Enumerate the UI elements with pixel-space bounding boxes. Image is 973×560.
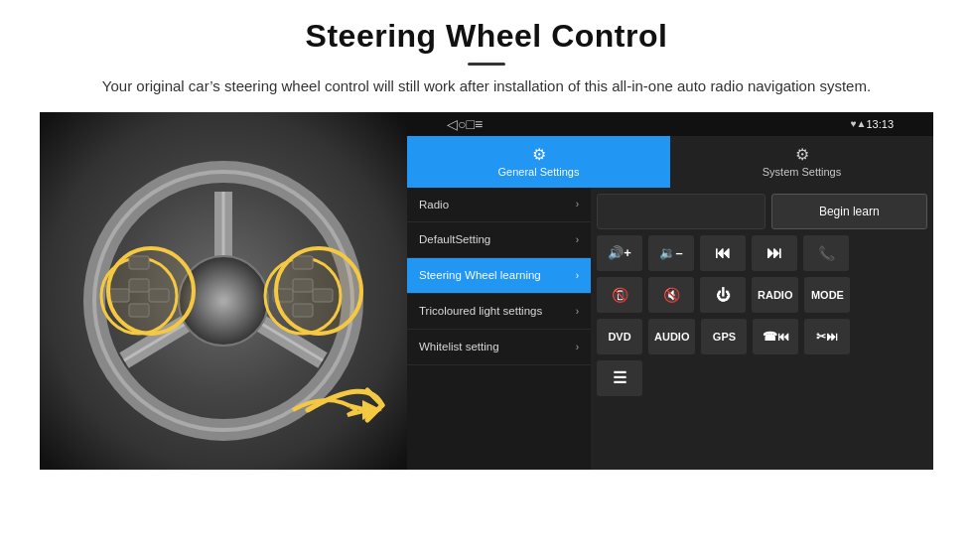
prev-button[interactable]: ⏮ xyxy=(700,235,746,271)
btn-row-5: ☰ xyxy=(597,360,927,396)
menu-item-whitelist[interactable]: Whitelist setting › xyxy=(407,330,591,365)
prev-icon: ⏮ xyxy=(715,244,731,262)
menu-radio-label: Radio xyxy=(419,198,449,212)
phone-icon: 📞 xyxy=(818,245,835,261)
android-nav-bar: ◁ ○ □ ≡ ♥ ▲ 13:13 xyxy=(407,112,933,136)
subtitle: Your original car’s steering wheel contr… xyxy=(99,75,874,98)
right-circle-overlay xyxy=(274,246,363,336)
wifi-icon: ▲ xyxy=(857,118,867,129)
recent-nav-button[interactable]: □ xyxy=(466,116,474,132)
phone-prev-button[interactable]: ☎⏮ xyxy=(753,319,798,354)
vol-down-button[interactable]: 🔉– xyxy=(648,235,694,271)
btn-row-2: 🔊+ 🔉– ⏮ ⏭ 📞 xyxy=(597,235,927,271)
power-button[interactable]: ⏻ xyxy=(700,277,746,313)
phone-button[interactable]: 📞 xyxy=(803,235,849,271)
menu-item-radio[interactable]: Radio › xyxy=(407,188,591,223)
home-nav-button[interactable]: ○ xyxy=(458,116,466,132)
android-panel: ◁ ○ □ ≡ ♥ ▲ 13:13 ⚙ General Settings ⚙ S… xyxy=(407,112,933,470)
empty-slot-button[interactable] xyxy=(597,194,765,229)
menu-default-label: DefaultSetting xyxy=(419,232,490,247)
content-row: ◁ ○ □ ≡ ♥ ▲ 13:13 ⚙ General Settings ⚙ S… xyxy=(40,112,933,470)
phone-next-button[interactable]: ✂⏭ xyxy=(804,319,850,354)
main-area: Radio › DefaultSetting › Steering Wheel … xyxy=(407,188,933,470)
btn-row-4: DVD AUDIO GPS ☎⏮ ✂⏭ xyxy=(597,319,927,354)
back-nav-button[interactable]: ◁ xyxy=(447,116,458,132)
chevron-icon-2: › xyxy=(576,234,579,245)
svg-marker-0 xyxy=(362,400,382,420)
menu-steering-label: Steering Wheel learning xyxy=(419,268,541,283)
audio-label: AUDIO xyxy=(654,331,689,343)
next-icon: ⏭ xyxy=(766,244,782,262)
menu-tricoloured-label: Tricoloured light settings xyxy=(419,304,542,319)
page-title: Steering Wheel Control xyxy=(40,18,933,55)
time-display: 13:13 xyxy=(866,118,894,130)
btn-row-3: 📵 🔇 ⏻ RADIO MODE xyxy=(597,277,927,313)
phone-prev-icon: ☎⏮ xyxy=(763,330,789,344)
menu-column: Radio › DefaultSetting › Steering Wheel … xyxy=(407,188,591,470)
menu-grid-button[interactable]: ☰ xyxy=(597,360,642,396)
next-button[interactable]: ⏭ xyxy=(752,235,797,271)
btn-row-1: Begin learn xyxy=(597,194,927,229)
begin-learn-button[interactable]: Begin learn xyxy=(771,194,928,229)
chevron-icon-3: › xyxy=(576,270,579,281)
tab-general-settings[interactable]: ⚙ General Settings xyxy=(407,136,670,188)
phone-next-icon: ✂⏭ xyxy=(816,330,838,344)
system-icon: ⚙ xyxy=(795,145,809,164)
radio-mode-button[interactable]: RADIO xyxy=(752,277,798,313)
chevron-icon-5: › xyxy=(576,342,579,352)
left-circle-overlay xyxy=(106,246,196,336)
menu-item-tricoloured[interactable]: Tricoloured light settings › xyxy=(407,294,591,330)
gear-icon: ⚙ xyxy=(532,145,546,164)
tabs-row: ⚙ General Settings ⚙ System Settings xyxy=(407,136,933,188)
steering-wheel-bg xyxy=(40,112,407,470)
title-section: Steering Wheel Control Your original car… xyxy=(40,18,933,98)
menu-whitelist-label: Whitelist setting xyxy=(419,340,499,354)
chevron-icon: › xyxy=(576,199,579,210)
vol-up-button[interactable]: 🔊+ xyxy=(597,235,642,271)
dvd-label: DVD xyxy=(608,331,630,343)
buttons-area: Begin learn 🔊+ 🔉– ⏮ xyxy=(591,188,933,470)
tab-system-settings[interactable]: ⚙ System Settings xyxy=(670,136,933,188)
gps-button[interactable]: GPS xyxy=(701,319,747,354)
audio-button[interactable]: AUDIO xyxy=(648,319,695,354)
title-divider xyxy=(468,63,505,66)
gps-label: GPS xyxy=(713,331,736,343)
screenshot-nav-button[interactable]: ≡ xyxy=(475,116,483,132)
menu-item-default[interactable]: DefaultSetting › xyxy=(407,222,591,258)
power-icon: ⏻ xyxy=(716,287,730,303)
mode-label: MODE xyxy=(811,289,844,301)
dvd-button[interactable]: DVD xyxy=(597,319,642,354)
left-panel xyxy=(40,112,407,470)
menu-grid-icon: ☰ xyxy=(613,368,626,387)
page-wrapper: Steering Wheel Control Your original car… xyxy=(0,0,973,480)
hangup-button[interactable]: 📵 xyxy=(597,277,642,313)
vol-down-icon: 🔉– xyxy=(659,245,682,260)
vol-up-icon: 🔊+ xyxy=(608,245,631,260)
menu-item-steering[interactable]: Steering Wheel learning › xyxy=(407,258,591,294)
hangup-icon: 📵 xyxy=(612,287,628,303)
chevron-icon-4: › xyxy=(576,306,579,317)
radio-label: RADIO xyxy=(758,289,792,301)
mode-button[interactable]: MODE xyxy=(804,277,850,313)
tab-general-label: General Settings xyxy=(498,166,580,178)
tab-system-label: System Settings xyxy=(763,166,841,178)
mute-button[interactable]: 🔇 xyxy=(648,277,694,313)
mute-icon: 🔇 xyxy=(663,287,680,303)
arrow-overlay xyxy=(288,380,387,440)
